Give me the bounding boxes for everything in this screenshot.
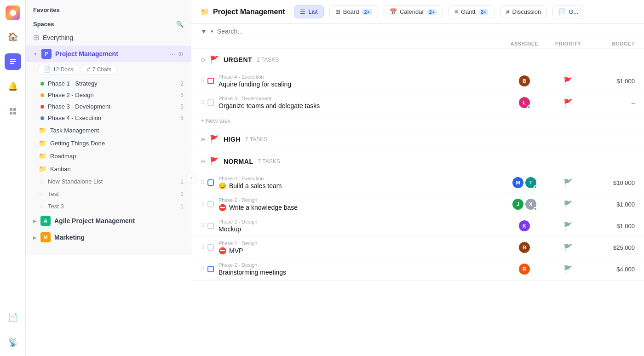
table-row[interactable]: ⠿ Phase 4 - Execution 😊 Build a sales te… — [191, 172, 644, 194]
tab-g-label: G... — [569, 8, 578, 15]
folder-getting-things-done[interactable]: 📁 Getting Things Done — [26, 137, 191, 149]
tab-board[interactable]: ⊞ Board 2+ — [329, 5, 378, 18]
section-normal-toggle[interactable]: ⊖ — [201, 158, 205, 165]
space-agile[interactable]: ▶ A Agile Project Management — [26, 212, 191, 229]
folder-kanban[interactable]: 📁 Kanban — [26, 162, 191, 175]
space-marketing-avatar: M — [40, 232, 51, 242]
home-nav-icon[interactable]: 🏠 — [5, 29, 21, 45]
topbar-title-text: Project Management — [213, 8, 285, 16]
space-marketing-chevron: ▶ — [33, 235, 37, 240]
svg-rect-1 — [10, 61, 16, 62]
standalone-test3[interactable]: ☆ Test 3 1 — [26, 200, 191, 212]
table-row[interactable]: ⠿ Phase 3 - Development Organize teams a… — [191, 92, 644, 114]
task-checkbox-n2[interactable] — [207, 201, 214, 207]
spaces-search-icon[interactable]: 🔍 — [176, 21, 184, 28]
space-pm-add-icon[interactable]: ⊕ — [178, 50, 184, 57]
tab-gantt[interactable]: ≡ Gantt 2+ — [448, 5, 494, 18]
task-name-n2: ⛔ Write a knowledge base — [218, 204, 501, 211]
chats-pill[interactable]: # 7 Chats — [82, 64, 116, 75]
section-normal-header[interactable]: ⊖ 🚩 NORMAL 7 TASKS — [191, 150, 644, 172]
section-high-toggle[interactable]: ⊕ — [201, 136, 205, 143]
drag-handle-icon[interactable]: ⠿ — [201, 99, 205, 106]
tab-calendar[interactable]: 📅 Calendar 2+ — [384, 5, 443, 18]
priority-cell-1: 🚩 — [547, 77, 589, 86]
sidebar-collapse-button[interactable]: ‹ — [186, 172, 197, 184]
task-checkbox-n3[interactable] — [207, 223, 214, 229]
budget-cell-n5: $4,000 — [589, 266, 635, 273]
filter-icon[interactable]: ▼ — [201, 28, 207, 35]
priority-cell-n3: 🚩 — [547, 222, 589, 230]
task-phase-n3: Phase 2 - Design — [218, 219, 501, 224]
folder-task-management[interactable]: 📁 Task Management — [26, 124, 191, 137]
task-dash-n1: — — [284, 183, 290, 189]
space-marketing[interactable]: ▶ M Marketing — [26, 229, 191, 246]
bell-nav-icon[interactable]: 🔔 — [5, 78, 21, 95]
drag-handle-icon[interactable]: ⠿ — [201, 78, 205, 84]
online-indicator-2 — [527, 105, 531, 109]
everything-item[interactable]: ⊞ Everything — [26, 29, 191, 46]
svg-rect-5 — [10, 112, 12, 115]
task-name-1: Aquire funding for scaling — [218, 80, 501, 88]
tab-discussion[interactable]: # Discussion — [500, 5, 547, 18]
tab-board-label: Board — [343, 8, 359, 15]
space-pm-header[interactable]: ▼ P Project Management ··· ⊕ — [26, 46, 191, 62]
spaces-label: Spaces — [33, 21, 54, 28]
assignee-cell-n4: B — [501, 241, 547, 254]
grid-nav-icon[interactable] — [5, 103, 21, 120]
folder-name-kanban: Kanban — [50, 166, 71, 172]
space-agile-chevron: ▶ — [33, 218, 37, 224]
topbar-title: 📁 Project Management — [201, 8, 285, 16]
table-row[interactable]: ⠿ Phase 2 - Design ⛔ Write a knowledge b… — [191, 194, 644, 215]
new-task-urgent[interactable]: + New task — [191, 114, 644, 128]
task-checkbox-n5[interactable] — [207, 266, 214, 272]
space-project-management: ▼ P Project Management ··· ⊕ 📄 12 Docs #… — [26, 46, 191, 212]
task-checkbox-n4[interactable] — [207, 244, 214, 251]
priority-flag-n3: 🚩 — [564, 222, 573, 230]
tasks-nav-icon[interactable] — [5, 53, 21, 70]
tab-g[interactable]: 📄 G... — [552, 5, 584, 18]
app-logo[interactable] — [6, 6, 20, 20]
tab-calendar-badge: 2+ — [427, 9, 437, 15]
tab-board-icon: ⊞ — [335, 8, 340, 15]
list-item-development[interactable]: Phase 3 - Development 5 — [26, 101, 191, 112]
list-item-execution[interactable]: Phase 4 - Execution 5 — [26, 112, 191, 124]
table-row[interactable]: ⠿ Phase 2 - Design Brainstorming meeting… — [191, 258, 644, 280]
section-urgent: ⊖ 🚩 URGENT 2 TASKS ⠿ Phase 4 - Execution… — [191, 49, 644, 128]
table-row[interactable]: ⠿ Phase 2 - Design ⛔ MVP B 🚩 $25,000 — [191, 237, 644, 258]
search-input[interactable] — [217, 28, 635, 35]
list-item-strategy[interactable]: Phase 1 - Strategy 2 — [26, 78, 191, 89]
task-checkbox-n1[interactable] — [207, 179, 214, 186]
tab-list[interactable]: ☰ List — [294, 5, 323, 18]
filter-chevron-icon[interactable]: ▾ — [211, 29, 213, 34]
svg-rect-6 — [13, 112, 16, 115]
space-pm-more-icon[interactable]: ··· — [170, 50, 175, 57]
section-urgent-header[interactable]: ⊖ 🚩 URGENT 2 TASKS — [191, 49, 644, 70]
col-header-budget: BUDGET — [589, 41, 635, 46]
folder-roadmap[interactable]: 📁 Roadmap — [26, 149, 191, 162]
list-item-design[interactable]: Phase 2 - Design 5 — [26, 89, 191, 101]
space-agile-avatar: A — [40, 216, 51, 226]
list-dot-execution — [40, 116, 44, 120]
standalone-test[interactable]: ☆ Test 1 — [26, 188, 191, 200]
task-name-n5: Brainstorming meetings — [218, 269, 501, 276]
tab-discussion-icon: # — [506, 8, 509, 15]
table-row[interactable]: ⠿ Phase 2 - Design Mockup K 🚩 $1,000 — [191, 215, 644, 237]
wifi-nav-icon[interactable]: 📡 — [5, 334, 21, 350]
section-urgent-toggle[interactable]: ⊖ — [201, 57, 205, 63]
drag-handle-icon[interactable]: ⠿ — [201, 179, 205, 186]
task-checkbox-1[interactable] — [207, 78, 214, 84]
doc-nav-icon[interactable]: 📄 — [5, 309, 21, 326]
docs-pill[interactable]: 📄 12 Docs — [39, 64, 78, 75]
drag-handle-icon[interactable]: ⠿ — [201, 244, 205, 251]
chats-label: 7 Chats — [92, 66, 111, 73]
standalone-count-nl: 1 — [180, 178, 184, 185]
standalone-new-list[interactable]: ☆ New Standalone List 1 — [26, 175, 191, 188]
drag-handle-icon[interactable]: ⠿ — [201, 201, 205, 207]
tab-calendar-label: Calendar — [400, 8, 424, 15]
drag-handle-icon[interactable]: ⠿ — [201, 223, 205, 229]
drag-handle-icon[interactable]: ⠿ — [201, 266, 205, 272]
list-count-development: 5 — [180, 103, 184, 110]
table-row[interactable]: ⠿ Phase 4 - Execution Aquire funding for… — [191, 70, 644, 92]
section-high-header[interactable]: ⊕ 🚩 HIGH 7 TASKS — [191, 128, 644, 150]
task-checkbox-2[interactable] — [207, 99, 214, 106]
